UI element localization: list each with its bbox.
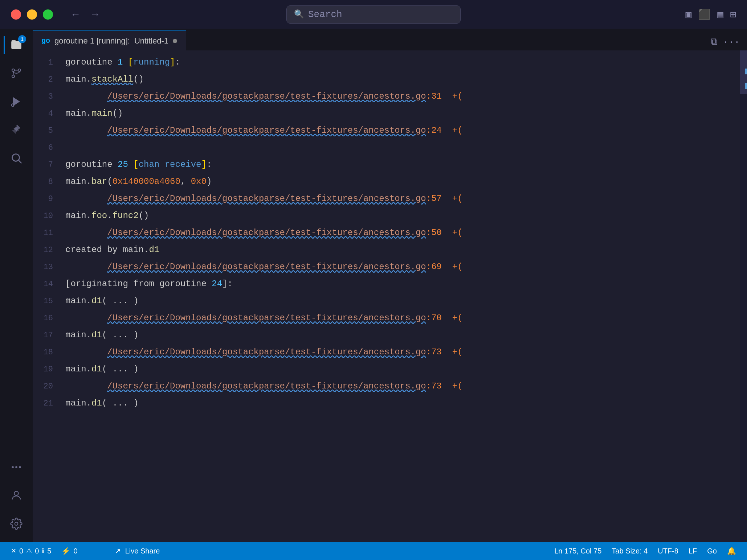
panel-bottom-icon[interactable]: ⬛ xyxy=(698,8,711,21)
close-button[interactable] xyxy=(11,9,21,20)
code-line: 13 /Users/eric/Downloads/gostackparse/te… xyxy=(33,259,740,276)
cursor-position: Ln 175, Col 75 xyxy=(554,547,601,555)
minimap-accent-1 xyxy=(745,69,747,74)
code-line: 14 [originating from goroutine 24]: xyxy=(33,276,740,293)
activity-more[interactable] xyxy=(4,454,29,480)
panel-layout-icon[interactable]: ▣ xyxy=(685,8,691,21)
svg-point-1 xyxy=(12,69,15,71)
tab-unsaved-indicator xyxy=(173,39,177,43)
forward-button[interactable]: → xyxy=(87,7,103,22)
activity-bar-bottom xyxy=(4,454,29,542)
traffic-lights xyxy=(11,9,53,20)
tab-size-label: Tab Size: 4 xyxy=(612,547,648,555)
minimap[interactable] xyxy=(740,50,747,542)
encoding-label: UTF-8 xyxy=(658,547,678,555)
code-line: 7 goroutine 25 [chan receive]: xyxy=(33,156,740,173)
extensions-icon xyxy=(10,124,23,136)
status-port[interactable]: ⚡ 0 xyxy=(56,542,82,560)
status-live-share[interactable]: ↗ Live Share xyxy=(83,542,192,560)
settings-icon xyxy=(10,518,23,530)
maximize-button[interactable] xyxy=(43,9,53,20)
code-line: 12 created by main.d1 xyxy=(33,242,740,259)
svg-point-11 xyxy=(14,491,18,495)
status-language[interactable]: Go xyxy=(702,547,722,555)
svg-point-5 xyxy=(12,104,14,106)
editor-area: go goroutine 1 [running]: Untitled-1 ⧉ ·… xyxy=(33,29,747,542)
status-cursor[interactable]: Ln 175, Col 75 xyxy=(549,547,607,555)
code-container: 1 goroutine 1 [running]: 2 main.stackAll… xyxy=(33,50,747,542)
code-editor[interactable]: 1 goroutine 1 [running]: 2 main.stackAll… xyxy=(33,50,740,542)
activity-search[interactable] xyxy=(4,145,29,171)
error-icon: ✕ xyxy=(11,547,16,555)
svg-point-6 xyxy=(12,154,20,161)
code-line: 18 /Users/eric/Downloads/gostackparse/te… xyxy=(33,344,740,361)
search-icon: 🔍 xyxy=(294,9,304,19)
activity-source-control[interactable] xyxy=(4,61,29,86)
status-encoding[interactable]: UTF-8 xyxy=(653,547,683,555)
status-notifications[interactable]: 🔔 xyxy=(722,547,741,555)
code-line: 8 main.bar(0x140000a4060, 0x0) xyxy=(33,173,740,190)
activity-settings[interactable] xyxy=(4,511,29,536)
code-line: 19 main.d1( ... ) xyxy=(33,361,740,378)
code-line: 1 goroutine 1 [running]: xyxy=(33,54,740,71)
ellipsis-icon xyxy=(10,461,23,473)
status-errors[interactable]: ✕ 0 ⚠ 0 ℹ 5 xyxy=(6,542,56,560)
svg-point-12 xyxy=(15,522,18,526)
layout-icons: ▣ ⬛ ▤ ⊞ xyxy=(685,8,736,21)
notification-badge: 1 xyxy=(18,35,26,43)
minimize-button[interactable] xyxy=(27,9,37,20)
activity-account[interactable] xyxy=(4,483,29,508)
status-tab-size[interactable]: Tab Size: 4 xyxy=(607,547,653,555)
search-bar[interactable]: 🔍 Search xyxy=(286,5,461,24)
code-line: 6 xyxy=(33,139,740,156)
code-line: 10 main.foo.func2() xyxy=(33,207,740,225)
code-line: 5 /Users/eric/Downloads/gostackparse/tes… xyxy=(33,122,740,139)
svg-point-2 xyxy=(18,69,21,71)
debug-icon xyxy=(10,95,23,108)
activity-explorer[interactable]: 1 xyxy=(4,32,29,58)
sidebar-toggle-icon[interactable]: ▤ xyxy=(717,8,723,21)
svg-point-3 xyxy=(12,75,15,78)
code-line: 21 main.d1( ... ) xyxy=(33,395,740,412)
port-value: 0 xyxy=(73,547,77,555)
port-icon: ⚡ xyxy=(61,547,70,555)
warning-icon: ⚠ xyxy=(26,547,32,555)
code-line: 4 main.main() xyxy=(33,105,740,122)
tab-filename: Untitled-1 xyxy=(134,36,168,46)
minimap-accent-2 xyxy=(745,83,747,89)
code-line: 17 main.d1( ... ) xyxy=(33,327,740,344)
nav-buttons: ← → xyxy=(68,7,103,22)
back-button[interactable]: ← xyxy=(68,7,83,22)
info-icon: ℹ xyxy=(42,547,44,555)
activity-run-debug[interactable] xyxy=(4,89,29,114)
status-line-ending[interactable]: LF xyxy=(683,547,702,555)
search-activity-icon xyxy=(10,152,23,164)
activity-bar: 1 xyxy=(0,29,33,542)
tab-bar: go goroutine 1 [running]: Untitled-1 ⧉ ·… xyxy=(33,29,747,50)
warning-count: 0 xyxy=(35,547,39,555)
code-line: 2 main.stackAll() xyxy=(33,71,740,88)
svg-point-8 xyxy=(12,466,14,468)
code-line: 20 /Users/eric/Downloads/gostackparse/te… xyxy=(33,378,740,395)
editor-tab-active[interactable]: go goroutine 1 [running]: Untitled-1 xyxy=(33,30,186,50)
status-right: Ln 175, Col 75 Tab Size: 4 UTF-8 LF Go 🔔 xyxy=(549,547,741,555)
bell-icon: 🔔 xyxy=(727,547,736,555)
activity-extensions[interactable] xyxy=(4,117,29,143)
layout-customize-icon[interactable]: ⊞ xyxy=(730,8,736,21)
status-bar: ✕ 0 ⚠ 0 ℹ 5 ⚡ 0 ↗ Live Share Ln 175, Col… xyxy=(0,542,747,560)
live-share-label: Live Share xyxy=(125,547,160,555)
go-file-icon: go xyxy=(41,37,50,45)
svg-line-7 xyxy=(19,160,21,163)
source-control-icon xyxy=(10,67,23,79)
account-icon xyxy=(10,489,23,502)
split-editor-icon[interactable]: ⧉ xyxy=(711,37,718,48)
svg-point-9 xyxy=(15,466,17,468)
code-line: 16 /Users/eric/Downloads/gostackparse/te… xyxy=(33,310,740,327)
more-actions-icon[interactable]: ··· xyxy=(723,37,740,48)
code-line: 9 /Users/eric/Downloads/gostackparse/tes… xyxy=(33,190,740,207)
svg-point-10 xyxy=(19,466,21,468)
line-ending-label: LF xyxy=(689,547,697,555)
code-line: 3 /Users/eric/Downloads/gostackparse/tes… xyxy=(33,88,740,105)
code-line: 11 /Users/eric/Downloads/gostackparse/te… xyxy=(33,225,740,242)
main-body: 1 xyxy=(0,29,747,542)
